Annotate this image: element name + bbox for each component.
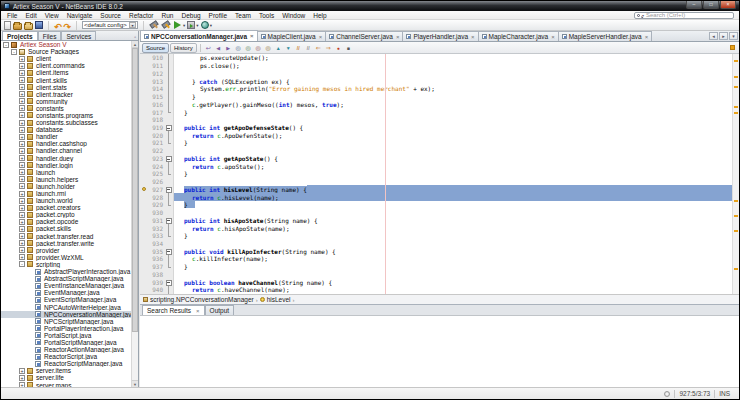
code-editor[interactable]: 910ps.executeUpdate();911ps.close();9129… [140,54,739,294]
new-file-button[interactable] [4,21,11,30]
shift-right-icon[interactable] [324,43,333,52]
tree-item[interactable]: +launch [1,169,138,176]
stop-macro-icon[interactable] [344,43,353,52]
error-stripe[interactable] [732,54,739,294]
editor-tab[interactable]: MapleServerHandler.java× [558,31,653,41]
code-text[interactable]: } [174,108,739,116]
expand-icon[interactable]: + [19,105,25,111]
code-text[interactable]: ps.executeUpdate(); [174,54,739,62]
tree-item[interactable]: +client.stats [1,84,138,91]
scroll-tabs-left-icon[interactable]: ◂ [709,32,718,40]
close-tab-icon[interactable]: × [645,34,649,40]
uncomment-icon[interactable] [304,43,313,52]
tree-item[interactable]: ReactorScript.java [1,353,138,360]
tree-item[interactable]: PortalScriptManager.java [1,339,138,346]
close-tab-icon[interactable]: × [319,34,323,40]
code-text[interactable]: return c.ApoDefenState(); [174,131,739,139]
code-line[interactable]: 926 [140,178,739,186]
menu-edit[interactable]: Edit [21,12,40,19]
code-line[interactable]: 940return c.haveChannel(name); [140,286,739,294]
menu-help[interactable]: Help [309,12,330,19]
collapse-icon[interactable]: - [3,42,9,48]
tree-item[interactable]: +packet.creators [1,204,138,211]
find-previous-icon[interactable] [254,43,263,52]
warning-mark[interactable] [734,106,738,108]
warning-mark[interactable] [734,60,738,62]
expand-icon[interactable]: + [19,56,25,62]
tree-item[interactable]: +client.commands [1,62,138,69]
code-line[interactable]: 911ps.close(); [140,62,739,70]
tree-item[interactable]: +provider.WzXML [1,254,138,261]
warning-mark[interactable] [734,200,738,202]
code-line[interactable]: 916c.getPlayer().gainMeso((int) mesos, t… [140,100,739,108]
tree-item[interactable]: +server.items [1,367,138,374]
code-line[interactable]: 912 [140,69,739,77]
code-line[interactable]: 923public int getApoState() { [140,155,739,163]
expand-icon[interactable]: + [19,63,25,69]
code-text[interactable] [174,178,739,186]
code-text[interactable] [174,240,739,248]
code-line[interactable]: 939public boolean haveChannel(String nam… [140,278,739,286]
menu-file[interactable]: File [3,12,21,19]
editor-tab[interactable]: NPCConversationManager.java× [140,30,258,41]
code-line[interactable]: 938 [140,271,739,279]
code-text[interactable]: public int hisApoState(String name) { [174,216,739,224]
warning-mark[interactable] [734,76,738,78]
code-line[interactable]: 921} [140,139,739,147]
expand-icon[interactable]: + [19,198,25,204]
title-bar[interactable]: Artiex Season V - NetBeans IDE 8.0.2 [1,1,739,11]
tree-item[interactable]: +provider [1,247,138,254]
code-text[interactable]: public int hisLevel(String name) { [174,185,739,193]
code-line[interactable]: 913} catch (SQLException ex) { [140,77,739,85]
tree-item[interactable]: +client.items [1,69,138,76]
tab-list-dropdown-icon[interactable]: ▾ [729,32,738,40]
tree-item[interactable]: +server.life [1,374,138,381]
tree-item[interactable]: +client.skills [1,76,138,83]
code-text[interactable]: c.killInfecter(name); [174,255,739,263]
code-text[interactable]: public int getApoState() { [174,155,739,163]
code-line[interactable]: 934 [140,240,739,248]
code-line[interactable]: 937} [140,263,739,271]
code-text[interactable] [174,209,739,217]
tree-item[interactable]: -Artiex Season V [1,41,138,48]
warning-mark[interactable] [734,86,738,88]
expand-icon[interactable]: + [19,254,25,260]
start-macro-icon[interactable] [334,43,343,52]
scrollbar-thumb[interactable] [132,48,138,332]
warning-mark[interactable] [734,215,738,217]
warning-mark[interactable] [734,268,738,270]
expand-icon[interactable]: + [19,84,25,90]
code-line[interactable]: 919public int getApoDefenseState() { [140,124,739,132]
build-project-button[interactable] [149,20,159,30]
menu-tools[interactable]: Tools [255,12,278,19]
code-text[interactable] [174,69,739,77]
tree-item[interactable]: +packet.skills [1,225,138,232]
close-tab-icon[interactable]: × [551,34,555,40]
expand-icon[interactable]: + [19,127,25,133]
menu-debug[interactable]: Debug [177,12,204,19]
menu-team[interactable]: Team [231,12,255,19]
code-line[interactable]: 910ps.executeUpdate(); [140,54,739,62]
expand-icon[interactable]: + [19,162,25,168]
tree-item[interactable]: +launch.rmi [1,190,138,197]
expand-icon[interactable]: + [19,155,25,161]
editor-tab[interactable]: MapleCharacter.java× [478,31,559,41]
forward-icon[interactable] [224,43,233,52]
tree-item[interactable]: +packet.transfer.write [1,240,138,247]
expand-icon[interactable]: + [19,134,25,140]
tree-item[interactable]: +constants [1,105,138,112]
shift-left-icon[interactable] [314,43,323,52]
tree-item[interactable]: +handler.channel [1,147,138,154]
warning-mark[interactable] [734,230,738,232]
tree-scrollbar[interactable]: ▲ ▼ [131,41,138,387]
tree-item[interactable]: +packet.transfer.read [1,233,138,240]
last-edit-icon[interactable] [204,43,213,52]
tree-item[interactable]: +constants.subclasses [1,119,138,126]
expand-icon[interactable]: + [19,247,25,253]
close-tab-icon[interactable]: × [471,34,475,40]
code-line[interactable]: 933} [140,232,739,240]
tree-item[interactable]: +packet.opcode [1,218,138,225]
code-text[interactable]: public void killApoInfecter(String name)… [174,247,739,255]
scroll-up-icon[interactable]: ▲ [132,41,138,48]
code-text[interactable]: return c.hisApoState(name); [174,224,739,232]
